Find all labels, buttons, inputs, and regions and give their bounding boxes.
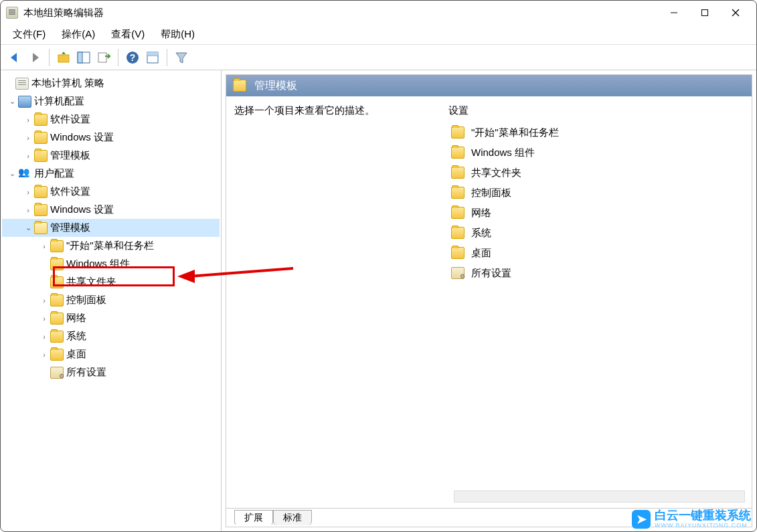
tree-label: "开始"菜单和任务栏 bbox=[66, 240, 154, 252]
horizontal-scrollbar[interactable] bbox=[454, 491, 745, 503]
title-bar: 本地组策略编辑器 bbox=[1, 1, 756, 25]
list-item-all-settings[interactable]: 所有设置 bbox=[448, 263, 562, 283]
tree-item[interactable]: ›软件设置 bbox=[2, 110, 220, 128]
content-title: 管理模板 bbox=[254, 79, 297, 93]
policy-icon bbox=[15, 78, 29, 90]
chevron-right-icon[interactable]: › bbox=[22, 116, 34, 124]
tree-item[interactable]: ›桌面 bbox=[2, 345, 220, 363]
tree-item[interactable]: ›系统 bbox=[2, 327, 220, 345]
forward-button[interactable] bbox=[25, 48, 45, 68]
chevron-right-icon[interactable]: › bbox=[38, 333, 50, 341]
tree-computer-config[interactable]: ⌄ 计算机配置 bbox=[2, 92, 220, 110]
folder-icon bbox=[451, 207, 465, 219]
tree-item[interactable]: ›Windows 设置 bbox=[2, 201, 220, 219]
tree-item[interactable]: ›管理模板 bbox=[2, 147, 220, 165]
chevron-down-icon[interactable]: ⌄ bbox=[6, 169, 18, 178]
item-label: 桌面 bbox=[471, 247, 491, 260]
chevron-right-icon[interactable]: › bbox=[38, 351, 50, 359]
tree-item-windows-components[interactable]: Windows 组件 bbox=[2, 255, 220, 273]
show-hide-tree-button[interactable] bbox=[74, 48, 94, 68]
properties-button[interactable] bbox=[143, 48, 163, 68]
folder-icon bbox=[451, 247, 465, 259]
filter-button[interactable] bbox=[171, 48, 191, 68]
folder-open-icon bbox=[233, 80, 246, 92]
tab-extended[interactable]: 扩展 bbox=[234, 510, 273, 526]
main-split: 本地计算机 策略 ⌄ 计算机配置 ›软件设置 ›Windows 设置 ›管理模板… bbox=[1, 70, 756, 531]
up-folder-button[interactable] bbox=[54, 48, 74, 68]
chevron-right-icon[interactable]: › bbox=[22, 134, 34, 142]
tree-label: 本地计算机 策略 bbox=[31, 77, 104, 90]
tab-standard[interactable]: 标准 bbox=[273, 510, 312, 525]
export-button[interactable] bbox=[94, 48, 114, 68]
tree-item[interactable]: 共享文件夹 bbox=[2, 273, 220, 291]
tree-label: Windows 组件 bbox=[66, 258, 130, 270]
folder-icon bbox=[451, 227, 465, 239]
tree-item[interactable]: ›控制面板 bbox=[2, 291, 220, 309]
chevron-right-icon[interactable]: › bbox=[22, 152, 34, 160]
folder-icon bbox=[451, 167, 465, 179]
list-item[interactable]: Windows 组件 bbox=[448, 143, 562, 163]
chevron-down-icon[interactable]: ⌄ bbox=[22, 224, 34, 232]
list-item[interactable]: 共享文件夹 bbox=[448, 163, 562, 183]
tree-label: 管理模板 bbox=[50, 221, 90, 234]
list-item[interactable]: 控制面板 bbox=[448, 183, 562, 203]
folder-icon bbox=[50, 276, 64, 288]
minimize-button[interactable] bbox=[659, 2, 689, 23]
tree-item-all-settings[interactable]: 所有设置 bbox=[2, 363, 220, 381]
tree-label: 桌面 bbox=[66, 348, 86, 361]
tree-item[interactable]: ›软件设置 bbox=[2, 183, 220, 201]
watermark-text: 白云一键重装系统 bbox=[655, 509, 751, 522]
tree-item[interactable]: ›"开始"菜单和任务栏 bbox=[2, 237, 220, 255]
list-item[interactable]: 网络 bbox=[448, 203, 562, 223]
tree-label: 控制面板 bbox=[66, 294, 106, 306]
menu-view[interactable]: 查看(V) bbox=[103, 25, 153, 43]
settings-icon bbox=[451, 267, 465, 279]
folder-icon bbox=[50, 349, 64, 361]
policy-tree[interactable]: 本地计算机 策略 ⌄ 计算机配置 ›软件设置 ›Windows 设置 ›管理模板… bbox=[2, 74, 220, 381]
tree-root[interactable]: 本地计算机 策略 bbox=[2, 74, 220, 92]
chevron-right-icon[interactable]: › bbox=[38, 296, 50, 304]
svg-rect-12 bbox=[147, 52, 158, 56]
chevron-down-icon[interactable]: ⌄ bbox=[6, 97, 18, 106]
chevron-right-icon[interactable]: › bbox=[38, 315, 50, 323]
folder-icon bbox=[50, 294, 64, 306]
chevron-right-icon[interactable]: › bbox=[38, 242, 50, 250]
list-item[interactable]: "开始"菜单和任务栏 bbox=[448, 122, 562, 143]
item-label: 控制面板 bbox=[471, 187, 511, 199]
list-header[interactable]: 设置 bbox=[448, 104, 562, 117]
menu-help[interactable]: 帮助(H) bbox=[153, 25, 203, 43]
toolbar-separator bbox=[118, 49, 118, 66]
users-icon bbox=[18, 168, 31, 180]
chevron-right-icon[interactable]: › bbox=[22, 206, 34, 214]
item-label: 网络 bbox=[471, 207, 491, 219]
back-button[interactable] bbox=[5, 48, 25, 68]
item-label: "开始"菜单和任务栏 bbox=[471, 126, 559, 139]
app-icon bbox=[6, 7, 18, 19]
close-button[interactable] bbox=[720, 2, 751, 23]
chevron-right-icon[interactable]: › bbox=[22, 188, 34, 196]
maximize-button[interactable] bbox=[689, 2, 720, 23]
tree-label: 软件设置 bbox=[50, 185, 90, 198]
menu-file[interactable]: 文件(F) bbox=[5, 25, 54, 43]
watermark: ➤ 白云一键重装系统 WWW.BAIYUNXITONG.COM bbox=[632, 509, 751, 529]
tree-user-config[interactable]: ⌄ 用户配置 bbox=[2, 165, 220, 183]
tree-label: Windows 设置 bbox=[50, 203, 114, 216]
tree-label: 管理模板 bbox=[50, 149, 90, 162]
tree-item[interactable]: ›网络 bbox=[2, 309, 220, 327]
folder-icon bbox=[451, 187, 465, 199]
description-column: 选择一个项目来查看它的描述。 bbox=[234, 104, 435, 500]
tree-item-admin-templates[interactable]: ⌄管理模板 bbox=[2, 219, 220, 237]
list-item[interactable]: 桌面 bbox=[448, 243, 562, 263]
folder-icon bbox=[34, 150, 48, 162]
svg-rect-6 bbox=[78, 52, 82, 63]
tree-pane[interactable]: 本地计算机 策略 ⌄ 计算机配置 ›软件设置 ›Windows 设置 ›管理模板… bbox=[1, 70, 222, 531]
tree-item[interactable]: ›Windows 设置 bbox=[2, 128, 220, 147]
help-button[interactable]: ? bbox=[122, 48, 143, 68]
menu-action[interactable]: 操作(A) bbox=[54, 25, 103, 43]
folder-icon bbox=[34, 114, 48, 126]
svg-rect-1 bbox=[702, 10, 708, 16]
item-label: 共享文件夹 bbox=[471, 167, 521, 179]
list-column: 设置 "开始"菜单和任务栏 Windows 组件 共享文件夹 控制面板 网络 系… bbox=[448, 104, 562, 500]
list-item[interactable]: 系统 bbox=[448, 223, 562, 243]
svg-text:?: ? bbox=[130, 52, 136, 63]
